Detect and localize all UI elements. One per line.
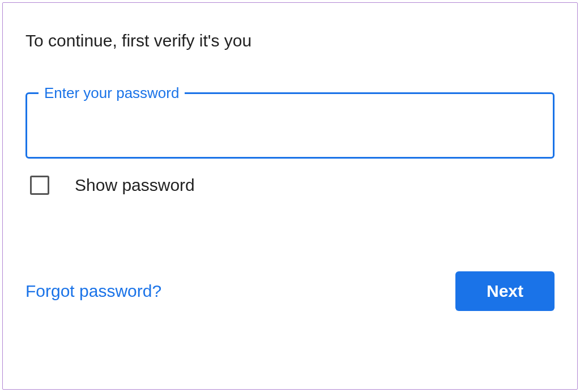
show-password-row: Show password: [30, 176, 555, 195]
forgot-password-link[interactable]: Forgot password?: [25, 282, 161, 301]
password-fieldset: Enter your password: [25, 84, 555, 159]
verify-dialog: To continue, first verify it's you Enter…: [2, 2, 578, 390]
dialog-heading: To continue, first verify it's you: [25, 31, 555, 50]
next-button[interactable]: Next: [455, 271, 555, 311]
password-input[interactable]: [27, 102, 553, 157]
password-field-wrapper: Enter your password: [25, 84, 555, 159]
show-password-label: Show password: [75, 176, 195, 195]
dialog-actions: Forgot password? Next: [25, 271, 555, 311]
show-password-checkbox[interactable]: [30, 176, 49, 195]
password-label: Enter your password: [39, 84, 185, 102]
